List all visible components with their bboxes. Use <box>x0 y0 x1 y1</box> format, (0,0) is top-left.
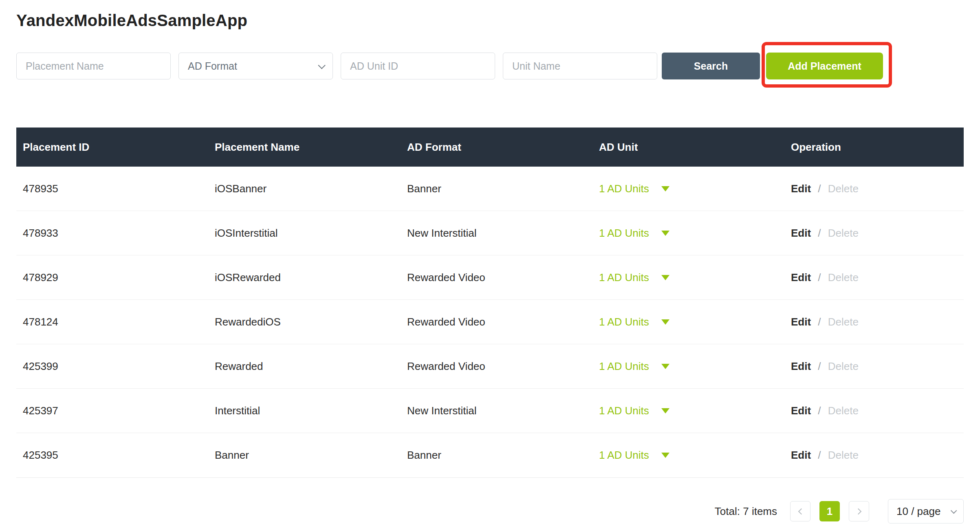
delete-link[interactable]: Delete <box>828 360 859 372</box>
placement-name-cell: Interstitial <box>208 405 401 417</box>
table-body: 478935 iOSBanner Banner 1 AD Units Edit … <box>16 167 964 477</box>
edit-link[interactable]: Edit <box>791 316 811 328</box>
table-row: 425399 Rewarded Rewarded Video 1 AD Unit… <box>16 344 964 389</box>
placements-table: Placement ID Placement Name AD Format AD… <box>16 128 964 478</box>
ad-units-label: 1 AD Units <box>599 360 649 373</box>
column-header-ad-unit: AD Unit <box>592 141 784 154</box>
page-title: YandexMobileAdsSampleApp <box>16 11 964 30</box>
ad-units-expand-link[interactable]: 1 AD Units <box>599 360 669 373</box>
op-separator: / <box>818 183 821 195</box>
placement-name-cell: RewardediOS <box>208 316 401 328</box>
table-row: 478933 iOSInterstitial New Interstitial … <box>16 211 964 255</box>
operation-cell: Edit / Delete <box>784 360 964 373</box>
placement-id-cell: 478935 <box>16 183 208 195</box>
ad-units-expand-link[interactable]: 1 AD Units <box>599 316 669 328</box>
caret-down-icon <box>661 186 669 191</box>
placement-id-cell: 425395 <box>16 449 208 462</box>
table-row: 425395 Banner Banner 1 AD Units Edit / D… <box>16 433 964 477</box>
op-separator: / <box>818 360 821 372</box>
op-separator: / <box>818 316 821 328</box>
operation-cell: Edit / Delete <box>784 316 964 328</box>
ad-format-select[interactable]: AD Format <box>178 53 333 79</box>
edit-link[interactable]: Edit <box>791 405 811 417</box>
ad-units-expand-link[interactable]: 1 AD Units <box>599 449 669 462</box>
operation-cell: Edit / Delete <box>784 449 964 462</box>
placement-name-cell: Rewarded <box>208 360 401 373</box>
column-header-placement-name: Placement Name <box>208 141 401 154</box>
ad-unit-cell: 1 AD Units <box>592 405 784 417</box>
placement-name-input[interactable] <box>16 53 171 79</box>
table-row: 478124 RewardediOS Rewarded Video 1 AD U… <box>16 300 964 344</box>
delete-link[interactable]: Delete <box>828 271 859 284</box>
ad-unit-cell: 1 AD Units <box>592 449 784 462</box>
table-header-row: Placement ID Placement Name AD Format AD… <box>16 128 964 167</box>
caret-down-icon <box>661 275 669 280</box>
delete-link[interactable]: Delete <box>828 183 859 195</box>
edit-link[interactable]: Edit <box>791 227 811 239</box>
chevron-right-icon <box>855 508 861 515</box>
ad-format-cell: Rewarded Video <box>401 360 592 373</box>
op-separator: / <box>818 271 821 284</box>
add-placement-button[interactable]: Add Placement <box>766 53 883 79</box>
page-size-select[interactable]: 10 / page <box>888 499 964 523</box>
page-size-label: 10 / page <box>896 505 940 518</box>
search-button[interactable]: Search <box>662 53 760 79</box>
ad-units-expand-link[interactable]: 1 AD Units <box>599 183 669 195</box>
ad-format-cell: Rewarded Video <box>401 271 592 284</box>
column-header-placement-id: Placement ID <box>16 141 208 154</box>
delete-link[interactable]: Delete <box>828 449 859 461</box>
ad-unit-cell: 1 AD Units <box>592 183 784 195</box>
ad-unit-cell: 1 AD Units <box>592 360 784 373</box>
op-separator: / <box>818 227 821 239</box>
ad-format-cell: New Interstitial <box>401 227 592 240</box>
caret-down-icon <box>661 364 669 369</box>
pagination-bar: Total: 7 items 1 10 / page <box>16 499 964 523</box>
edit-link[interactable]: Edit <box>791 183 811 195</box>
operation-cell: Edit / Delete <box>784 227 964 240</box>
unit-name-input[interactable] <box>503 53 657 79</box>
caret-down-icon <box>661 453 669 458</box>
ad-units-expand-link[interactable]: 1 AD Units <box>599 405 669 417</box>
caret-down-icon <box>661 408 669 413</box>
operation-cell: Edit / Delete <box>784 271 964 284</box>
table-row: 478935 iOSBanner Banner 1 AD Units Edit … <box>16 167 964 211</box>
ad-units-expand-link[interactable]: 1 AD Units <box>599 227 669 240</box>
next-page-button[interactable] <box>849 501 869 521</box>
operation-cell: Edit / Delete <box>784 405 964 417</box>
delete-link[interactable]: Delete <box>828 316 859 328</box>
table-row: 478929 iOSRewarded Rewarded Video 1 AD U… <box>16 255 964 300</box>
caret-down-icon <box>661 319 669 325</box>
op-separator: / <box>818 405 821 417</box>
ad-unit-cell: 1 AD Units <box>592 316 784 328</box>
column-header-ad-format: AD Format <box>401 141 592 154</box>
placement-name-cell: iOSBanner <box>208 183 401 195</box>
page-number-button[interactable]: 1 <box>819 501 840 521</box>
ad-unit-cell: 1 AD Units <box>592 227 784 240</box>
total-items-text: Total: 7 items <box>715 505 777 518</box>
op-separator: / <box>818 449 821 461</box>
placement-name-cell: Banner <box>208 449 401 462</box>
caret-down-icon <box>661 231 669 236</box>
chevron-down-icon <box>951 507 957 514</box>
delete-link[interactable]: Delete <box>828 227 859 239</box>
placement-id-cell: 478933 <box>16 227 208 240</box>
chevron-down-icon <box>318 62 325 69</box>
page-root: YandexMobileAdsSampleApp AD Format Searc… <box>0 0 980 523</box>
ad-unit-id-input[interactable] <box>341 53 495 79</box>
edit-link[interactable]: Edit <box>791 360 811 372</box>
add-placement-wrapper: Add Placement <box>766 53 883 79</box>
ad-units-label: 1 AD Units <box>599 183 649 195</box>
placement-name-cell: iOSInterstitial <box>208 227 401 240</box>
ad-format-cell: Banner <box>401 183 592 195</box>
ad-units-expand-link[interactable]: 1 AD Units <box>599 271 669 284</box>
operation-cell: Edit / Delete <box>784 183 964 195</box>
edit-link[interactable]: Edit <box>791 449 811 461</box>
table-row: 425397 Interstitial New Interstitial 1 A… <box>16 389 964 433</box>
prev-page-button[interactable] <box>790 501 810 521</box>
placement-name-cell: iOSRewarded <box>208 271 401 284</box>
delete-link[interactable]: Delete <box>828 405 859 417</box>
column-header-operation: Operation <box>784 141 964 154</box>
edit-link[interactable]: Edit <box>791 271 811 284</box>
ad-unit-cell: 1 AD Units <box>592 271 784 284</box>
ad-units-label: 1 AD Units <box>599 316 649 328</box>
